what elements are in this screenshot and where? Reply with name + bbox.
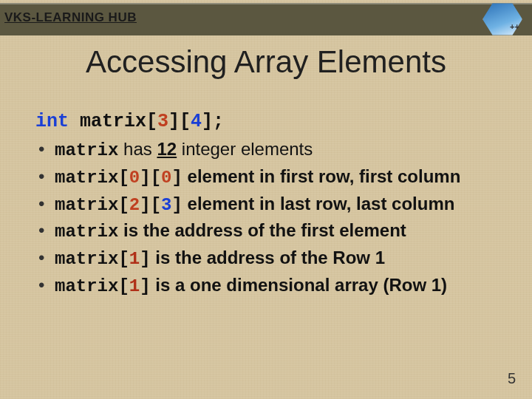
bullet-4: matrix is the address of the first eleme… [35,218,508,245]
bullet-6: matrix[1] is a one dimensional array (Ro… [35,273,508,300]
page-number: 5 [508,370,516,387]
brand-label: VKS-LEARNING HUB [4,10,137,25]
bullet-1: matrix has 12 integer elements [35,137,508,164]
slide: VKS-LEARNING HUB ++ Accessing Array Elem… [0,0,532,399]
bullet-5: matrix[1] is the address of the Row 1 [35,245,508,273]
keyword-int: int [35,111,69,132]
slide-title: Accessing Array Elements [0,44,532,80]
cpp-logo: ++ [480,1,526,38]
bullet-2: matrix[0][0] element in first row, first… [35,164,508,191]
declaration-line: int matrix[3][4]; [35,111,508,132]
bullet-3: matrix[2][3] element in last row, last c… [35,191,508,219]
slide-body: int matrix[3][4]; matrix has 12 integer … [35,111,508,300]
bullet-list: matrix has 12 integer elements matrix[0]… [35,137,508,300]
cpp-plus-plus: ++ [510,22,519,31]
